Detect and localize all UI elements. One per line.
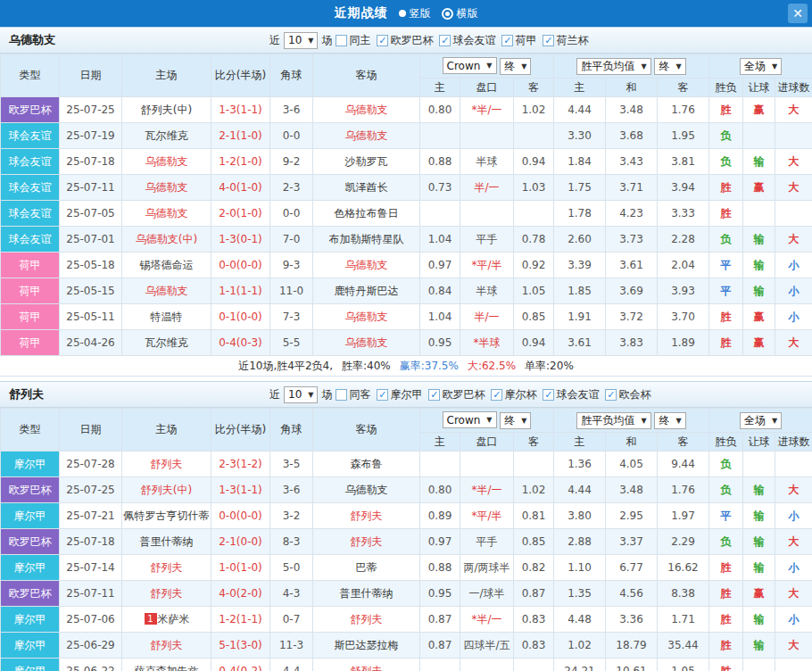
avg-away-odd: 3.93 xyxy=(658,278,709,304)
avg-home-odd: 3.39 xyxy=(554,253,606,278)
result-handicap: 赢 xyxy=(743,97,775,123)
match-count-select[interactable]: 10 ▼ xyxy=(284,386,318,403)
league-filter[interactable]: ✓荷甲 xyxy=(501,33,536,48)
avg-home-odd: 4.44 xyxy=(554,477,606,503)
away-team: 乌德勒支 xyxy=(313,97,420,123)
chevron-down-icon: ▼ xyxy=(486,62,492,70)
league-filter[interactable]: ✓摩尔甲 xyxy=(377,387,422,402)
titlebar: 近期战绩 竖版 横版 ✕ xyxy=(0,0,812,27)
avg-home-odd: 24.21 xyxy=(554,659,606,671)
home-team-name: 普里什蒂纳 xyxy=(140,535,194,548)
fulltime-select[interactable]: 全场▼ xyxy=(740,58,782,75)
average-odds-select[interactable]: 胜平负均值▼ xyxy=(576,58,650,75)
match-row: 摩尔甲25-07-14舒列夫1-0(1-0)5-0巴蒂0.88两/两球半0.82… xyxy=(1,555,812,581)
match-date: 25-07-25 xyxy=(60,477,122,503)
col-handicap: 盘口 xyxy=(460,79,514,97)
match-score: 5-1(3-0) xyxy=(211,633,270,659)
chevron-down-icon: ▼ xyxy=(675,417,681,425)
away-team: 鹿特丹斯巴达 xyxy=(313,278,420,304)
bookmaker-select[interactable]: Crown▼ xyxy=(443,411,497,428)
avg-draw-odd: 3.48 xyxy=(606,477,658,503)
final-odds-select[interactable]: 终▼ xyxy=(654,58,685,75)
avg-home-odd: 4.44 xyxy=(554,97,606,123)
home-team: 舒列夫 xyxy=(122,555,211,581)
league-type-badge: 荷甲 xyxy=(1,330,60,356)
corner-score: 11-3 xyxy=(270,633,313,659)
away-team: 乌德勒支 xyxy=(313,304,420,330)
avg-away-odd: 16.62 xyxy=(658,555,709,581)
close-button[interactable]: ✕ xyxy=(788,4,808,23)
result-handicap: 输 xyxy=(743,227,775,253)
fulltime-select[interactable]: 全场▼ xyxy=(740,412,782,429)
league-filter[interactable]: 同主 xyxy=(336,33,370,48)
layout-radio-vertical[interactable]: 竖版 xyxy=(399,6,431,21)
col-avg-away: 客 xyxy=(658,433,709,451)
home-team-name: 舒列夫(中) xyxy=(141,484,192,496)
col-handicap-result: 让球 xyxy=(743,79,775,97)
bookmaker-home-odd: 0.87 xyxy=(420,607,460,633)
result-handicap: 赢 xyxy=(743,581,775,607)
league-type-badge: 摩尔甲 xyxy=(1,633,60,659)
avg-away-odd: 1.95 xyxy=(658,123,709,149)
result-goals: 小 xyxy=(775,555,812,581)
corner-score: 7-3 xyxy=(270,304,313,330)
col-avg-home: 主 xyxy=(554,433,606,451)
corner-score: 0-0 xyxy=(270,123,313,149)
league-type-badge: 欧罗巴杯 xyxy=(1,581,60,607)
away-team: 斯巴达瑟拉梅 xyxy=(313,633,420,659)
handicap-line: *平/半 xyxy=(460,503,514,529)
home-team: 舒列夫 xyxy=(122,451,211,477)
average-odds-select[interactable]: 胜平负均值▼ xyxy=(576,412,650,429)
league-filter[interactable]: ✓摩尔杯 xyxy=(491,387,536,402)
radio-label: 横版 xyxy=(457,6,478,21)
group-average-odds: 胜平负均值▼ 终▼ xyxy=(554,409,709,433)
handicap-line: 平手 xyxy=(460,529,514,555)
col-winloss: 胜负 xyxy=(709,79,743,97)
final-odds-select[interactable]: 终▼ xyxy=(654,412,685,429)
away-team-name: 乌德勒支 xyxy=(345,104,388,116)
league-filter[interactable]: 同客 xyxy=(336,387,370,402)
league-filter[interactable]: ✓欧罗巴杯 xyxy=(377,33,433,48)
layout-radio-horizontal[interactable]: 横版 xyxy=(442,6,478,21)
away-team-name: 沙勒罗瓦 xyxy=(345,155,388,168)
home-team-name: 乌德勒支 xyxy=(145,207,188,220)
checkbox-checked-icon: ✓ xyxy=(439,35,451,46)
match-row: 球会友谊25-07-18乌德勒支1-2(1-0)9-2沙勒罗瓦0.88半球0.9… xyxy=(1,149,812,175)
league-type-badge: 球会友谊 xyxy=(1,201,60,227)
league-type-badge: 摩尔甲 xyxy=(1,659,60,671)
home-team: 舒列夫(中) xyxy=(122,477,211,503)
radio-selected-icon xyxy=(442,8,453,20)
bookmaker-away-odd: 1.05 xyxy=(514,278,554,304)
bookmaker-away-odd: 1.02 xyxy=(514,97,554,123)
avg-draw-odd: 3.37 xyxy=(606,529,658,555)
league-filter[interactable]: ✓欧会杯 xyxy=(605,387,650,402)
avg-home-odd: 1.10 xyxy=(554,555,606,581)
league-filter-label: 摩尔甲 xyxy=(390,387,422,402)
result-handicap xyxy=(743,451,775,477)
match-count-select[interactable]: 10 ▼ xyxy=(284,32,318,49)
final-odds-select[interactable]: 终▼ xyxy=(500,412,531,429)
result-goals: 大 xyxy=(775,330,812,356)
home-team-name: 特温特 xyxy=(151,311,183,323)
chevron-down-icon: ▼ xyxy=(772,62,777,70)
match-date: 25-07-21 xyxy=(60,503,122,529)
league-filter[interactable]: ✓荷兰杯 xyxy=(543,33,588,48)
league-filter[interactable]: ✓球会友谊 xyxy=(543,387,599,402)
league-filter[interactable]: ✓球会友谊 xyxy=(439,33,495,48)
bookmaker-select[interactable]: Crown▼ xyxy=(443,57,497,74)
league-filter[interactable]: ✓欧罗巴杯 xyxy=(428,387,485,402)
corner-score: 3-2 xyxy=(270,503,313,529)
chevron-down-icon: ▼ xyxy=(675,62,681,70)
handicap-line: 半球 xyxy=(460,149,514,175)
match-row: 摩尔甲25-06-29舒列夫5-1(3-0)11-3斯巴达瑟拉梅0.87四球半/… xyxy=(1,633,812,659)
avg-draw-odd: 3.71 xyxy=(606,175,658,201)
radio-label: 竖版 xyxy=(410,6,431,21)
final-odds-select[interactable]: 终▼ xyxy=(500,58,531,75)
league-filters: 同客✓摩尔甲✓欧罗巴杯✓摩尔杯✓球会友谊✓欧会杯 xyxy=(336,387,653,402)
home-team: 舒列夫(中) xyxy=(122,97,211,123)
bookmaker-away-odd: 0.83 xyxy=(514,607,554,633)
league-type-badge: 摩尔甲 xyxy=(1,451,60,477)
checkbox-unchecked-icon xyxy=(336,389,347,401)
away-team-name: 布加勒斯特星队 xyxy=(329,233,404,245)
col-corner: 角球 xyxy=(270,409,313,451)
